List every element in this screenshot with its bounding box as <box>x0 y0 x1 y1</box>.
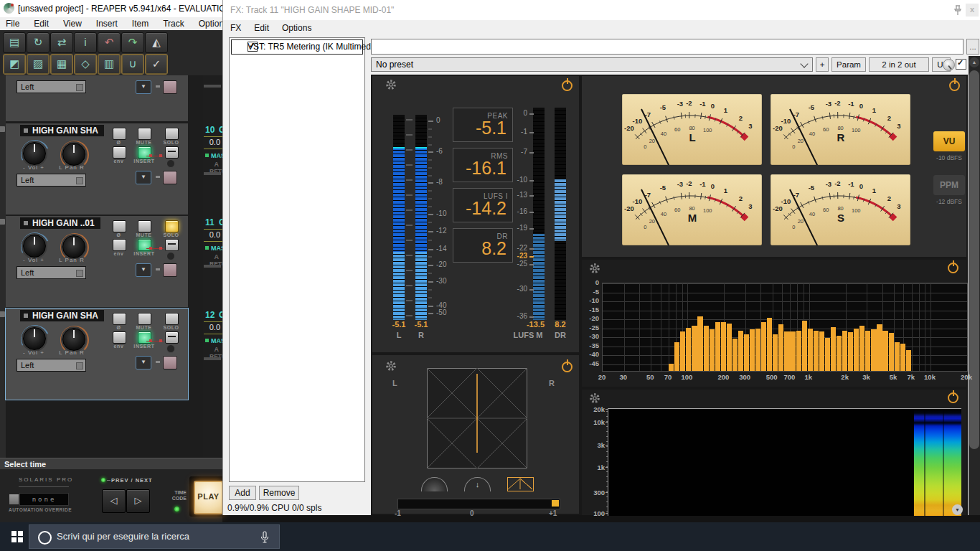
fx-menu-fx[interactable]: FX <box>230 20 241 36</box>
track-row-12[interactable]: HIGH GAIN SHA - Vol + L Pan R Ø MUTE SOL… <box>6 309 188 400</box>
mute-button[interactable] <box>138 220 151 232</box>
remove-button[interactable]: Remove <box>259 486 299 500</box>
folder-icon[interactable] <box>0 126 5 132</box>
volume-knob[interactable] <box>23 327 46 350</box>
fx-menu-edit[interactable]: Edit <box>254 20 269 36</box>
solo-button[interactable] <box>165 313 179 325</box>
volume-knob[interactable] <box>23 235 46 258</box>
input-selector[interactable]: Left <box>17 359 86 372</box>
input-selector[interactable]: Left <box>17 174 86 187</box>
automation-button[interactable] <box>9 494 19 505</box>
mixer-cell-10[interactable]: 10G 0.0 MAST ARETU <box>204 123 222 215</box>
io-button[interactable] <box>165 146 179 159</box>
vu-mode-button[interactable]: VU <box>933 131 965 151</box>
power-icon[interactable] <box>562 362 573 372</box>
fx-comment-field[interactable] <box>371 39 963 55</box>
menu-view[interactable]: View <box>63 17 82 30</box>
power-icon[interactable] <box>948 392 958 403</box>
toolbar-button[interactable]: i <box>74 32 97 53</box>
mini-knob[interactable] <box>166 252 175 260</box>
save-preset-button[interactable]: + <box>816 57 829 72</box>
toolbar-button[interactable]: ∪ <box>121 54 144 75</box>
power-icon[interactable] <box>562 80 573 91</box>
toolbar-button[interactable]: ⇄ <box>50 32 73 53</box>
input-selector[interactable]: Left <box>17 266 86 279</box>
toolbar-button[interactable]: ✓ <box>145 54 168 75</box>
toolbar-button[interactable]: ↻ <box>27 32 50 53</box>
track-name[interactable]: HIGH GAIN SHA <box>20 125 104 136</box>
toolbar-button[interactable]: ◇ <box>74 54 97 75</box>
phase-button[interactable] <box>113 220 126 232</box>
menu-item[interactable]: Item <box>132 17 149 30</box>
gear-icon[interactable] <box>589 392 600 404</box>
play-button[interactable]: PLAY <box>194 481 223 514</box>
close-icon[interactable]: x <box>966 4 979 17</box>
fx-menu-options[interactable]: Options <box>282 20 311 36</box>
menu-track[interactable]: Track <box>163 17 184 30</box>
pin-icon[interactable] <box>952 4 963 17</box>
record-arm-button[interactable] <box>163 356 177 369</box>
track-name[interactable]: HIGH GAIN SHA <box>20 310 104 321</box>
toolbar-button[interactable]: ↷ <box>121 32 144 53</box>
power-icon[interactable] <box>949 80 960 91</box>
toolbar-button[interactable]: ▤ <box>3 32 26 53</box>
io-routing-button[interactable]: 2 in 2 out <box>869 57 929 72</box>
env-button[interactable] <box>113 146 126 159</box>
pan-knob[interactable] <box>62 143 85 166</box>
env-button[interactable] <box>113 239 126 251</box>
gear-icon[interactable] <box>589 263 600 274</box>
solo-button[interactable] <box>165 220 179 232</box>
record-arm-button[interactable] <box>163 263 177 277</box>
record-arm-button[interactable] <box>163 80 177 94</box>
phase-button[interactable] <box>113 128 126 140</box>
menu-file[interactable]: File <box>6 17 19 30</box>
mini-knob[interactable] <box>166 344 175 353</box>
io-button[interactable] <box>165 331 179 344</box>
folder-icon[interactable] <box>0 311 5 317</box>
phase-button[interactable] <box>113 313 126 325</box>
toolbar-button[interactable]: ▦ <box>50 54 73 75</box>
start-button[interactable] <box>11 531 23 542</box>
env-button[interactable] <box>113 331 126 344</box>
io-button[interactable] <box>165 239 179 251</box>
recmode-dropdown[interactable]: ▼ <box>136 356 151 369</box>
recmode-dropdown[interactable]: ▼ <box>136 171 151 184</box>
input-selector[interactable]: Left <box>17 80 86 93</box>
track-partial[interactable]: ▼ Left <box>6 75 188 121</box>
volume-knob[interactable] <box>23 142 46 165</box>
recmode-dropdown[interactable]: ▼ <box>136 80 151 94</box>
automation-override-display[interactable]: none <box>19 493 69 506</box>
mute-button[interactable] <box>138 128 151 140</box>
record-arm-button[interactable] <box>163 171 177 184</box>
gear-icon[interactable] <box>385 79 397 90</box>
add-button[interactable]: Add <box>229 486 256 500</box>
mini-knob[interactable] <box>166 159 175 168</box>
scrollbar[interactable]: ▲ <box>969 56 980 515</box>
track-row-11[interactable]: HIGH GAIN ..01 - Vol + L Pan R Ø MUTE SO… <box>6 216 188 307</box>
gonio-mode-peak-button[interactable] <box>507 477 534 491</box>
toolbar-button[interactable]: ▨ <box>27 54 50 75</box>
toolbar-button[interactable]: ▥ <box>98 54 121 75</box>
microphone-icon[interactable] <box>260 531 269 544</box>
mute-button[interactable] <box>138 313 151 325</box>
fx-chain-item[interactable]: VST: TR5 Metering (IK Multimedia) <box>231 39 363 55</box>
scroll-down-icon[interactable]: ▼ <box>952 504 963 515</box>
solo-button[interactable] <box>165 128 179 140</box>
scroll-up-icon[interactable]: ▲ <box>969 57 979 67</box>
pan-knob[interactable] <box>62 235 85 258</box>
menu-insert[interactable]: Insert <box>96 17 118 30</box>
toolbar-button[interactable]: ↶ <box>98 32 121 53</box>
track-name[interactable]: HIGH GAIN ..01 <box>20 217 100 229</box>
preset-combo[interactable]: No preset <box>371 57 813 72</box>
pan-knob[interactable] <box>62 328 85 351</box>
fx-chain-list[interactable]: VST: TR5 Metering (IK Multimedia) <box>229 37 365 482</box>
wet-dry-knob[interactable] <box>943 59 955 71</box>
mixer-cell-11[interactable]: 11G 0.0 MAST ARETU <box>204 216 222 307</box>
gear-icon[interactable] <box>385 360 397 372</box>
ppm-mode-button[interactable]: PPM <box>933 175 965 195</box>
menu-edit[interactable]: Edit <box>34 17 49 30</box>
mixer-cell-12[interactable]: 12G 0.0 MAST ARETU <box>204 309 222 400</box>
toolbar-button[interactable]: ◭ <box>145 32 168 53</box>
prev-button[interactable]: ◁ <box>102 489 126 513</box>
fx-bypass-checkbox[interactable] <box>956 59 966 70</box>
